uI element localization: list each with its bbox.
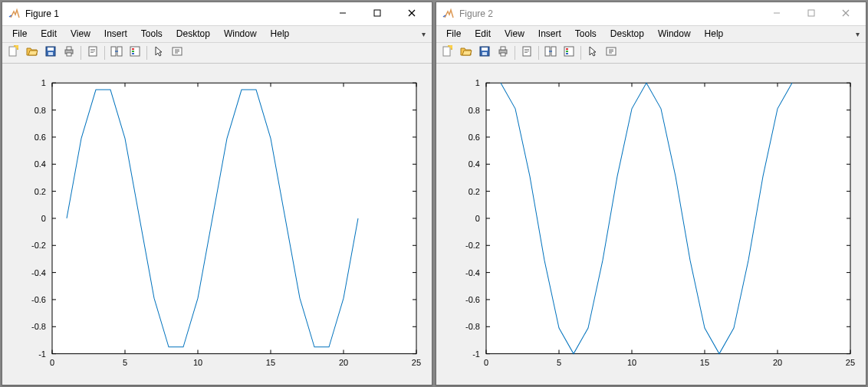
figure-window[interactable]: Figure 1FileEditViewInsertToolsDesktopWi… bbox=[2, 2, 432, 385]
link-plot-icon bbox=[110, 45, 123, 61]
print-icon bbox=[497, 45, 509, 61]
menu-help[interactable]: Help bbox=[698, 27, 731, 41]
close-button[interactable] bbox=[828, 2, 863, 25]
new-figure-icon bbox=[8, 45, 20, 61]
menu-desktop[interactable]: Desktop bbox=[603, 27, 651, 41]
y-tick-label: -1 bbox=[472, 349, 480, 359]
menu-insert[interactable]: Insert bbox=[531, 27, 568, 41]
svg-rect-82 bbox=[566, 51, 568, 52]
new-figure-button[interactable] bbox=[5, 44, 22, 61]
save-icon bbox=[44, 45, 57, 61]
svg-rect-1 bbox=[374, 10, 380, 16]
svg-rect-65 bbox=[443, 47, 450, 56]
color-legend-icon bbox=[129, 45, 141, 61]
plot-svg: 0510152025-1-0.8-0.6-0.4-0.200.20.40.60.… bbox=[2, 64, 432, 385]
maximize-button[interactable] bbox=[360, 2, 394, 25]
insert-annotation-button[interactable] bbox=[603, 44, 620, 61]
insert-annotation-icon bbox=[605, 45, 617, 61]
y-tick-label: 0.8 bbox=[35, 106, 46, 115]
x-tick-label: 25 bbox=[846, 358, 855, 367]
open-button[interactable] bbox=[458, 44, 475, 61]
x-tick-label: 15 bbox=[266, 358, 275, 367]
titlebar[interactable]: Figure 1 bbox=[2, 2, 432, 26]
maximize-button[interactable] bbox=[794, 2, 828, 25]
svg-rect-83 bbox=[566, 53, 568, 54]
menu-view[interactable]: View bbox=[498, 27, 531, 41]
save-button[interactable] bbox=[476, 44, 493, 61]
menu-desktop[interactable]: Desktop bbox=[169, 27, 217, 41]
y-tick-label: 0.2 bbox=[469, 187, 480, 196]
x-tick-label: 0 bbox=[484, 358, 488, 367]
plot-canvas[interactable]: 0510152025-1-0.8-0.6-0.4-0.200.20.40.60.… bbox=[436, 64, 866, 385]
matlab-icon bbox=[442, 8, 455, 20]
max-icon bbox=[373, 9, 381, 18]
x-tick-label: 5 bbox=[557, 358, 561, 367]
new-figure-icon bbox=[442, 45, 454, 61]
pointer-icon bbox=[587, 45, 599, 61]
print-preview-button[interactable] bbox=[518, 44, 535, 61]
x-tick-label: 15 bbox=[700, 358, 709, 367]
print-preview-icon bbox=[87, 45, 99, 61]
link-plot-button[interactable] bbox=[108, 44, 125, 61]
menu-tools[interactable]: Tools bbox=[134, 27, 169, 41]
new-figure-button[interactable] bbox=[439, 44, 456, 61]
menu-insert[interactable]: Insert bbox=[97, 27, 134, 41]
menu-file[interactable]: File bbox=[5, 27, 34, 41]
titlebar[interactable]: Figure 2 bbox=[436, 2, 866, 26]
open-icon bbox=[460, 45, 472, 61]
menu-edit[interactable]: Edit bbox=[468, 27, 498, 41]
toolbar-separator bbox=[104, 46, 105, 60]
pointer-button[interactable] bbox=[584, 44, 601, 61]
plot-canvas[interactable]: 0510152025-1-0.8-0.6-0.4-0.200.20.40.60.… bbox=[2, 64, 432, 385]
print-preview-button[interactable] bbox=[84, 44, 101, 61]
matlab-icon bbox=[8, 8, 21, 20]
svg-rect-4 bbox=[9, 47, 16, 56]
menu-edit[interactable]: Edit bbox=[34, 27, 64, 41]
y-tick-label: -0.6 bbox=[465, 295, 480, 304]
svg-point-66 bbox=[449, 45, 452, 48]
minimize-button[interactable] bbox=[759, 2, 794, 25]
y-tick-label: 0.6 bbox=[35, 133, 46, 142]
svg-rect-7 bbox=[48, 48, 54, 51]
minimize-button[interactable] bbox=[325, 2, 360, 25]
y-tick-label: -0.8 bbox=[465, 322, 480, 331]
save-button[interactable] bbox=[42, 44, 59, 61]
close-icon bbox=[842, 9, 850, 18]
svg-rect-8 bbox=[48, 52, 53, 55]
svg-rect-76 bbox=[524, 52, 528, 53]
link-plot-icon bbox=[544, 45, 557, 61]
print-button[interactable] bbox=[61, 44, 77, 61]
pointer-button[interactable] bbox=[150, 44, 167, 61]
x-tick-label: 10 bbox=[627, 358, 636, 367]
print-preview-icon bbox=[521, 45, 533, 61]
open-button[interactable] bbox=[24, 44, 41, 61]
menu-help[interactable]: Help bbox=[264, 27, 297, 41]
print-button[interactable] bbox=[495, 44, 511, 61]
title-buttons bbox=[759, 2, 863, 25]
close-button[interactable] bbox=[394, 2, 429, 25]
y-tick-label: 0.4 bbox=[35, 159, 46, 169]
menu-window[interactable]: Window bbox=[217, 27, 264, 41]
menu-overflow-icon[interactable]: ▾ bbox=[853, 28, 863, 40]
figure-window[interactable]: Figure 2FileEditViewInsertToolsDesktopWi… bbox=[436, 2, 866, 385]
svg-rect-21 bbox=[132, 51, 134, 52]
x-tick-label: 5 bbox=[123, 358, 127, 367]
svg-rect-81 bbox=[566, 48, 568, 50]
menu-tools[interactable]: Tools bbox=[568, 27, 603, 41]
window-title: Figure 2 bbox=[459, 8, 493, 19]
link-plot-button[interactable] bbox=[542, 44, 559, 61]
svg-rect-11 bbox=[67, 53, 71, 56]
svg-rect-75 bbox=[524, 51, 529, 51]
svg-rect-74 bbox=[524, 49, 529, 50]
y-tick-label: -0.2 bbox=[465, 241, 480, 250]
color-legend-button[interactable] bbox=[127, 44, 143, 61]
insert-annotation-button[interactable] bbox=[169, 44, 186, 61]
color-legend-button[interactable] bbox=[561, 44, 577, 61]
x-tick-label: 20 bbox=[339, 358, 348, 367]
menu-file[interactable]: File bbox=[439, 27, 468, 41]
menu-view[interactable]: View bbox=[64, 27, 97, 41]
menu-window[interactable]: Window bbox=[651, 27, 698, 41]
y-tick-label: 1 bbox=[475, 78, 480, 87]
open-icon bbox=[26, 45, 38, 61]
menu-overflow-icon[interactable]: ▾ bbox=[419, 28, 429, 40]
